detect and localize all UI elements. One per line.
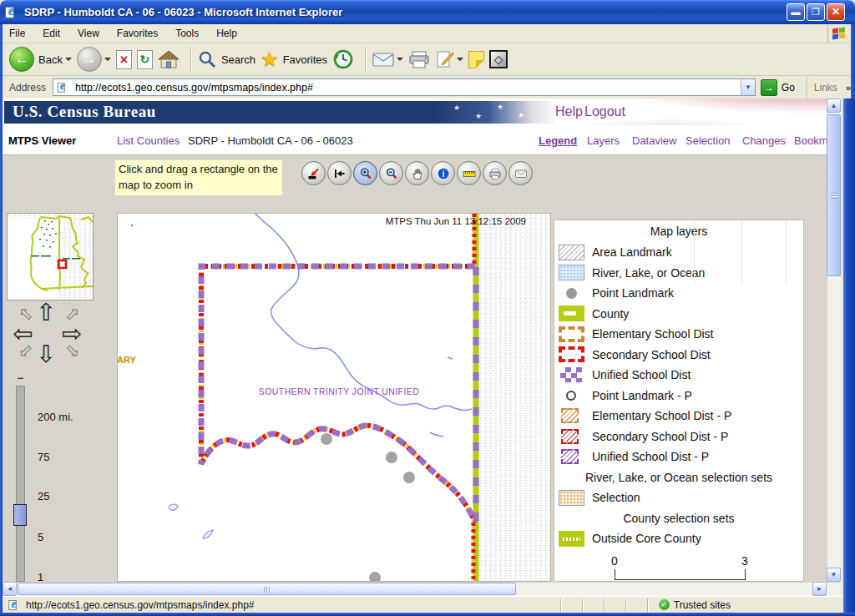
legend-row-secondary-p: Secondary School Dist - P [554,427,803,447]
sticky-note-button[interactable] [468,51,484,68]
close-button[interactable]: ✕ [827,3,845,21]
nav-selection[interactable]: Selection [686,134,730,147]
forward-dropdown-icon[interactable] [104,58,111,64]
menu-tools[interactable]: Tools [175,28,199,39]
flag-star-icon: ★ [518,111,524,119]
history-clock-icon [332,48,354,70]
nav-legend[interactable]: Legend [539,134,577,147]
nav-bookmarks[interactable]: Bookma [794,134,827,147]
zoom-slider-minus[interactable]: − [17,371,24,385]
pan-hand-icon[interactable] [405,161,429,185]
address-input[interactable]: e http://ecots1.geo.census.gov/mtpsmaps/… [53,78,756,96]
mail-button[interactable] [372,52,403,68]
home-icon [158,49,180,69]
menu-bar: File Edit View Favorites Tools Help [3,24,851,43]
zoom-in-icon[interactable] [353,161,377,185]
legend-swatch-point-landmark [566,288,577,299]
stop-button[interactable]: ✕ [116,50,132,69]
clipped-district-label: ARY [118,355,136,365]
scroll-left-icon[interactable]: ◄ [3,582,17,596]
identify-info-icon[interactable]: i [431,161,455,185]
browser-toolbar: ← Back → ✕ ↻ Search [3,43,851,76]
favorites-button[interactable]: ★ Favorites [261,49,327,69]
forward-arrow-icon: → [77,47,102,72]
refresh-button[interactable]: ↻ [137,50,153,69]
menu-file[interactable]: File [9,28,25,39]
district-label: SOUTHERN TRINITY JOINT UNIFIED [259,386,419,396]
menu-edit[interactable]: Edit [43,28,60,39]
scale-bracket [615,569,746,580]
history-button[interactable] [332,48,354,70]
scroll-down-icon[interactable]: ▼ [827,568,841,582]
print-button[interactable] [408,50,431,68]
legend-row-point-landmark-p: Point Landmark - P [554,386,803,406]
zoom-out-icon[interactable] [379,161,403,185]
map-toolbar: i [301,161,533,185]
legend-swatch-outside-core [559,531,584,547]
mail-dropdown-icon[interactable] [397,58,403,64]
zoom-slider-track[interactable] [16,386,25,582]
back-dropdown-icon[interactable] [65,58,72,64]
minimize-button[interactable]: ▬ [787,3,805,21]
horizontal-scroll-thumb[interactable] [18,583,516,595]
links-label[interactable]: Links [814,82,837,93]
measure-ruler-icon[interactable] [457,161,481,185]
stop-icon: ✕ [116,50,132,69]
legend-row-unified-p: Unified School Dist - P [554,447,803,467]
back-button[interactable]: ← Back [9,47,72,72]
map-viewport[interactable]: MTPS Thu Jun 11 13:12:15 2009 SOUTHERN T… [117,213,551,582]
status-page-icon: e [8,599,21,611]
edit-dropdown-icon[interactable] [457,58,463,64]
print-map-icon[interactable] [483,161,507,185]
school-district-boundary [201,214,476,582]
email-map-icon[interactable] [508,161,533,185]
legend-row-secondary: Secondary School Dist [554,345,803,366]
edit-button[interactable] [436,49,463,69]
window-border-right [843,98,855,613]
vertical-scroll-thumb[interactable] [827,114,841,276]
list-counties-link[interactable]: List Counties [117,134,180,147]
menu-favorites[interactable]: Favorites [117,28,158,39]
legend-swatch-county [559,305,584,321]
legend-row-point-landmark: Point Landmark [554,283,803,304]
logout-link[interactable]: Logout [584,104,625,119]
overview-map[interactable] [7,213,94,300]
go-arrow-icon: → [761,79,777,96]
refresh-icon: ↻ [137,50,153,69]
window-border-left [0,24,3,613]
zoom-full-extent-icon[interactable] [301,161,326,185]
legend-row-area-landmark: Area Landmark [554,242,803,263]
nav-layers[interactable]: Layers [587,134,620,147]
pan-south-icon[interactable]: ⇧ [36,341,56,365]
edit-pencil-icon [436,49,454,69]
window-border-bottom [0,613,855,616]
title-bar: e SDRP - Humboldt CA - 06 - 06023 - Micr… [0,0,855,24]
nav-dataview[interactable]: Dataview [632,134,676,147]
scroll-up-icon[interactable]: ▲ [827,98,841,113]
pan-north-icon[interactable]: ⇧ [36,300,56,325]
address-dropdown-icon[interactable]: ▼ [741,79,755,95]
go-button[interactable]: → Go [761,79,795,96]
scroll-right-icon[interactable]: ► [812,582,827,596]
messenger-button[interactable]: ◇ [489,50,508,68]
home-button[interactable] [158,49,180,69]
scale-label-5: 5 [38,531,43,543]
menu-view[interactable]: View [78,28,99,39]
menu-help[interactable]: Help [216,28,237,39]
status-url: http://ecots1.geo.census.gov/mtpsmaps/in… [26,599,540,611]
zoom-slider-thumb[interactable] [13,504,27,526]
legend-row-selection: Selection [554,487,803,508]
maximize-button[interactable]: ❐ [807,3,825,21]
context-title: SDRP - Humboldt CA - 06 - 06023 [188,134,353,147]
forward-button[interactable]: → [77,47,111,72]
app-bar: MTPS Viewer List Counties SDRP - Humbold… [3,125,827,155]
scale-label-200: 200 mi. [38,411,73,423]
nav-changes[interactable]: Changes [742,134,786,147]
previous-extent-icon[interactable] [327,161,352,185]
outside-county-hatch [477,214,551,582]
windows-flag-icon [827,25,847,43]
help-link[interactable]: Help [555,104,583,119]
scale-start: 0 [611,554,618,568]
address-url[interactable]: http://ecots1.geo.census.gov/mtpsmaps/in… [75,82,741,93]
search-button[interactable]: Search [198,50,255,69]
